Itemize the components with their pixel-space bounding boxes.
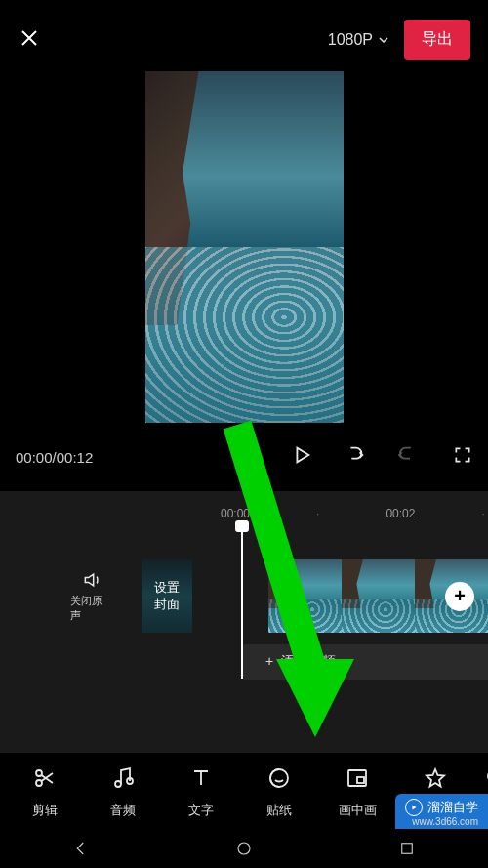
- scissors-icon: [33, 766, 57, 794]
- speaker-icon: [81, 570, 102, 590]
- star-icon: [424, 766, 447, 794]
- nav-home-icon[interactable]: [235, 840, 253, 857]
- play-circle-icon: [405, 799, 423, 816]
- video-clip[interactable]: +: [268, 559, 488, 633]
- svg-point-0: [36, 770, 42, 776]
- redo-icon[interactable]: [398, 444, 422, 470]
- resolution-selector[interactable]: 1080P: [328, 31, 388, 49]
- play-icon[interactable]: [291, 444, 312, 470]
- svg-rect-6: [357, 777, 364, 783]
- set-cover-button[interactable]: 设置封面: [142, 559, 192, 633]
- tool-pip[interactable]: 画中画: [318, 766, 396, 819]
- tool-sticker[interactable]: 贴纸: [240, 766, 318, 819]
- close-icon[interactable]: [18, 26, 41, 54]
- pip-icon: [346, 766, 369, 794]
- video-track-row: 关闭原声 设置封面 +: [0, 559, 488, 633]
- chevron-down-icon: [379, 37, 388, 43]
- playback-controls: 00:00/00:12: [0, 423, 488, 491]
- system-nav: [0, 829, 488, 868]
- playhead[interactable]: [241, 522, 243, 679]
- preview-frame: [145, 71, 344, 423]
- svg-point-2: [115, 781, 121, 787]
- top-bar: 1080P 导出: [0, 0, 488, 71]
- mute-label: 关闭原声: [70, 594, 112, 623]
- text-icon: [189, 766, 213, 794]
- clip-frame: [342, 559, 415, 633]
- music-note-icon: [111, 766, 135, 794]
- undo-icon[interactable]: [344, 444, 367, 470]
- nav-recent-icon[interactable]: [398, 840, 416, 857]
- fullscreen-icon[interactable]: [453, 445, 472, 469]
- svg-point-1: [36, 780, 42, 786]
- watermark: 溜溜自学 www.3d66.com: [395, 794, 488, 829]
- nav-back-icon[interactable]: [72, 840, 90, 857]
- svg-rect-10: [401, 844, 412, 854]
- tool-text[interactable]: 文字: [162, 766, 240, 819]
- resolution-value: 1080P: [328, 31, 373, 49]
- add-clip-button[interactable]: +: [445, 582, 474, 611]
- tool-edit[interactable]: 剪辑: [6, 766, 84, 819]
- add-audio-button[interactable]: +添加音频: [243, 644, 488, 680]
- top-right-controls: 1080P 导出: [328, 20, 470, 60]
- video-preview[interactable]: [0, 71, 488, 423]
- svg-point-9: [238, 843, 250, 854]
- tool-audio[interactable]: 音频: [84, 766, 162, 819]
- time-display: 00:00/00:12: [16, 449, 93, 466]
- timeline: 00:00 · 00:02 · 关闭原声 设置封面 +: [0, 491, 488, 765]
- clip-frame: [268, 559, 342, 633]
- mute-toggle[interactable]: 关闭原声: [70, 570, 112, 623]
- sticker-icon: [267, 766, 291, 794]
- time-ruler: 00:00 · 00:02 ·: [0, 507, 488, 520]
- tracks: 关闭原声 设置封面 + +添加音频: [0, 530, 488, 680]
- export-button[interactable]: 导出: [404, 20, 470, 60]
